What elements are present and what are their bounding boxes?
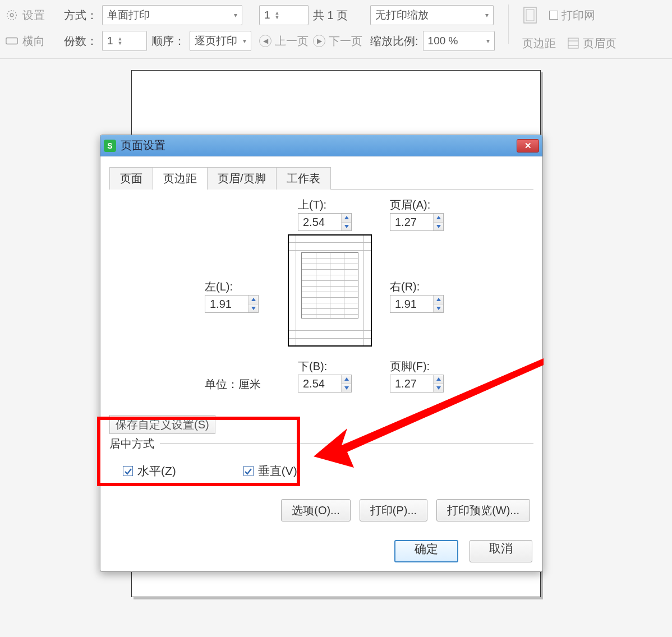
footer-margin-value: 1.27 — [390, 377, 433, 390]
spin-up-icon[interactable] — [434, 375, 443, 384]
page-spinner[interactable]: 1 ▲▼ — [259, 5, 309, 25]
copies-spinner[interactable]: 1 ▲▼ — [102, 31, 147, 51]
prev-page-button[interactable]: ◀ 上一页 — [259, 31, 309, 51]
scale-ratio-label: 缩放比例: — [370, 34, 418, 49]
dialog-footer: 确定 取消 — [100, 530, 542, 571]
save-custom-label: 保存自定义设置(S) — [116, 417, 209, 432]
tab-page[interactable]: 页面 — [109, 167, 153, 190]
top-margin-label: 上(T): — [298, 197, 326, 213]
spin-up-icon[interactable] — [434, 296, 443, 304]
svg-rect-5 — [568, 38, 578, 48]
mode-select[interactable]: 单面打印 ▾ — [102, 5, 242, 25]
copies-label: 份数： — [64, 34, 98, 49]
vertical-checkbox[interactable]: 垂直(V) — [243, 463, 297, 479]
cancel-label: 取消 — [489, 542, 513, 555]
tab-margins[interactable]: 页边距 — [153, 167, 208, 190]
spin-up-icon[interactable] — [342, 375, 351, 384]
spin-down-icon[interactable] — [434, 222, 443, 231]
close-button[interactable]: ✕ — [517, 139, 539, 153]
ok-label: 确定 — [415, 542, 438, 555]
chevron-down-icon: ▾ — [485, 11, 489, 19]
header-footer-button[interactable]: 页眉页 — [567, 36, 616, 51]
scale-ratio-select[interactable]: 100 % ▾ — [423, 31, 495, 51]
svg-marker-10 — [436, 216, 441, 219]
order-select[interactable]: 逐页打印 ▾ — [190, 31, 251, 51]
bottom-margin-label: 下(B): — [298, 359, 327, 374]
next-label: 下一页 — [329, 34, 362, 49]
center-mode-legend: 居中方式 — [109, 436, 158, 451]
left-margin-label: 左(L): — [205, 279, 233, 294]
svg-rect-2 — [6, 38, 17, 44]
dialog-title: 页面设置 — [121, 138, 165, 153]
settings-icon — [6, 9, 18, 21]
spin-up-icon[interactable] — [248, 296, 258, 304]
print-toolbar: 设置 横向 方式： 单面打印 ▾ 份数： 1 ▲▼ — [0, 0, 672, 59]
scale-value: 无打印缩放 — [375, 8, 429, 22]
svg-rect-4 — [526, 10, 534, 21]
save-custom-settings-button[interactable]: 保存自定义设置(S) — [109, 415, 215, 434]
unit-label: 单位：厘米 — [205, 377, 261, 392]
dialog-action-row: 选项(O)... 打印(P)... 打印预览(W)... — [109, 499, 533, 521]
margins-button[interactable] — [522, 6, 538, 24]
spin-up-icon[interactable] — [434, 214, 443, 222]
spin-down-icon[interactable] — [434, 384, 443, 393]
center-mode-fieldset: 居中方式 水平(Z) 垂直(V) — [109, 443, 533, 490]
orientation-icon — [6, 36, 18, 46]
header-margin-label: 页眉(A): — [390, 197, 430, 213]
print-preview-button[interactable]: 打印预览(W)... — [436, 499, 530, 521]
page-value: 1 — [264, 9, 270, 21]
right-margin-label: 右(R): — [390, 279, 420, 294]
checkbox-checked-icon — [243, 466, 254, 476]
chevron-down-icon: ▾ — [234, 11, 237, 19]
print-grid-label: 打印网 — [561, 8, 595, 23]
options-label: 选项(O)... — [292, 503, 340, 518]
svg-marker-9 — [344, 225, 349, 228]
settings-button[interactable]: 设置 — [6, 4, 56, 26]
print-gridlines-button[interactable]: 打印网 — [549, 8, 595, 23]
divider — [508, 4, 509, 44]
next-page-button[interactable]: ▶ 下一页 — [313, 31, 362, 51]
spin-down-icon[interactable] — [342, 222, 351, 231]
spin-up-icon[interactable] — [342, 214, 351, 222]
cancel-button[interactable]: 取消 — [470, 540, 532, 562]
spin-down-icon[interactable] — [342, 384, 351, 393]
vertical-label: 垂直(V) — [258, 463, 297, 479]
margins-label: 页边距 — [522, 36, 556, 51]
page-setup-dialog: S 页面设置 ✕ 页面 页边距 页眉/页脚 工作表 上(T): 2.54 页眉(… — [100, 135, 543, 572]
header-footer-icon — [567, 37, 579, 49]
options-button[interactable]: 选项(O)... — [281, 499, 351, 521]
left-margin-spinner[interactable]: 1.91 — [205, 295, 259, 313]
tab-headerfooter-label: 页眉/页脚 — [218, 172, 266, 184]
top-margin-spinner[interactable]: 2.54 — [298, 213, 352, 231]
spin-down-icon[interactable] — [248, 304, 258, 313]
svg-marker-19 — [436, 386, 441, 390]
copies-value: 1 — [107, 35, 113, 47]
tab-sheet[interactable]: 工作表 — [276, 167, 331, 190]
arrow-right-icon: ▶ — [313, 35, 325, 47]
bottom-margin-spinner[interactable]: 2.54 — [298, 375, 352, 393]
svg-marker-11 — [436, 225, 441, 228]
print-button[interactable]: 打印(P)... — [360, 499, 427, 521]
scale-select[interactable]: 无打印缩放 ▾ — [370, 5, 494, 25]
app-icon: S — [104, 140, 116, 152]
orientation-button[interactable]: 横向 — [6, 30, 56, 52]
chevron-down-icon: ▾ — [243, 37, 246, 45]
ok-button[interactable]: 确定 — [394, 540, 458, 562]
orientation-label: 横向 — [22, 34, 45, 49]
prev-label: 上一页 — [275, 34, 309, 49]
tab-page-label: 页面 — [120, 172, 142, 184]
spin-down-icon[interactable] — [434, 304, 443, 313]
order-value: 逐页打印 — [195, 34, 237, 48]
tab-sheet-label: 工作表 — [287, 172, 320, 184]
header-margin-spinner[interactable]: 1.27 — [390, 213, 444, 231]
chevron-down-icon: ▾ — [486, 37, 490, 45]
checkbox-icon — [549, 11, 558, 20]
margins-panel: 上(T): 2.54 页眉(A): 1.27 左(L): 1.91 右(R): … — [109, 190, 533, 414]
footer-margin-spinner[interactable]: 1.27 — [390, 375, 444, 393]
svg-marker-8 — [344, 216, 349, 219]
tab-headerfooter[interactable]: 页眉/页脚 — [207, 167, 277, 190]
top-margin-value: 2.54 — [298, 216, 341, 229]
right-margin-spinner[interactable]: 1.91 — [390, 295, 444, 313]
horizontal-checkbox[interactable]: 水平(Z) — [123, 463, 176, 479]
svg-marker-15 — [436, 307, 441, 310]
